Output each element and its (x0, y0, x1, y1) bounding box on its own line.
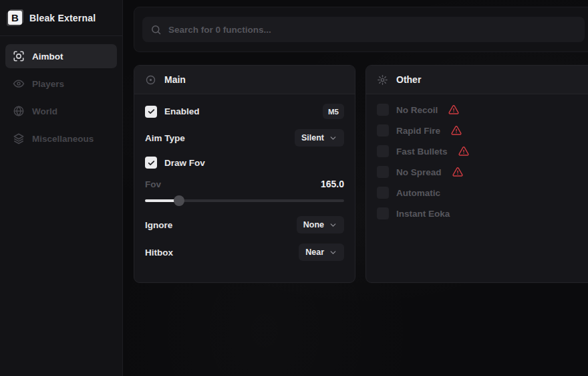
sidebar-item-miscellaneous[interactable]: Miscellaneous (5, 126, 117, 151)
chevron-down-icon (329, 221, 337, 229)
draw-fov-label: Draw Fov (164, 158, 205, 168)
slider-fill (145, 199, 179, 202)
main-panel-body: Enabled M5 Aim Type Silent Draw Fov Fov (134, 94, 355, 282)
warning-icon (458, 146, 469, 157)
checkbox-unchecked-icon[interactable] (377, 104, 389, 116)
toggle-no-spread[interactable]: No Spread (377, 166, 583, 178)
sidebar-item-label: World (32, 106, 57, 116)
warning-icon (452, 167, 463, 177)
sidebar-item-label: Miscellaneous (32, 134, 94, 144)
app-title: Bleak External (29, 13, 96, 23)
sidebar-nav: Aimbot Players World Miscellaneous (0, 36, 122, 159)
checkbox-unchecked-icon[interactable] (377, 124, 389, 136)
app-window: B Bleak External Aimbot Players World Mi… (0, 0, 588, 376)
ignore-row: Ignore None (145, 216, 344, 233)
toggle-automatic[interactable]: Automatic (377, 187, 583, 199)
enabled-checkbox[interactable]: Enabled (145, 106, 200, 118)
enabled-row: Enabled M5 (145, 104, 344, 119)
chevron-down-icon (329, 134, 337, 143)
automatic-label: Automatic (396, 188, 440, 198)
fast-bullets-label: Fast Bullets (396, 147, 448, 157)
checkbox-unchecked-icon[interactable] (377, 207, 389, 219)
slider-thumb[interactable] (174, 195, 184, 206)
no-spread-label: No Spread (396, 167, 442, 177)
toggle-no-recoil[interactable]: No Recoil (377, 104, 583, 116)
aim-type-select[interactable]: Silent (295, 129, 344, 147)
globe-icon (13, 105, 25, 117)
hitbox-label: Hitbox (145, 248, 173, 258)
search-icon (150, 24, 162, 35)
main-panel: Main Enabled M5 Aim Type Silent (134, 65, 355, 283)
toggle-instant-eoka[interactable]: Instant Eoka (377, 207, 583, 219)
ignore-label: Ignore (145, 220, 172, 230)
main-panel-header: Main (134, 66, 355, 94)
rapid-fire-label: Rapid Fire (396, 126, 440, 136)
slider-track[interactable] (145, 199, 344, 202)
aim-type-row: Aim Type Silent (145, 129, 344, 147)
ignore-value: None (303, 220, 324, 229)
app-logo-icon: B (8, 11, 22, 25)
sidebar: B Bleak External Aimbot Players World Mi… (0, 0, 123, 376)
main-panel-title: Main (164, 74, 186, 85)
sidebar-item-world[interactable]: World (5, 99, 117, 123)
ignore-select[interactable]: None (297, 216, 344, 233)
target-icon (145, 74, 156, 86)
crosshair-scan-icon (13, 50, 25, 62)
other-panel-title: Other (396, 74, 421, 85)
eye-icon (13, 78, 25, 90)
checkbox-checked-icon[interactable] (145, 106, 157, 118)
draw-fov-row: Draw Fov (145, 157, 344, 169)
sidebar-header: B Bleak External (0, 0, 122, 36)
gear-icon (377, 74, 388, 86)
sidebar-item-aimbot[interactable]: Aimbot (5, 44, 117, 68)
fov-value: 165.0 (321, 179, 344, 189)
warning-icon (448, 104, 459, 115)
other-panel: Other No Recoil Rapid Fire Fast Bullets … (365, 65, 588, 283)
checkbox-checked-icon[interactable] (145, 157, 157, 169)
sidebar-item-label: Aimbot (32, 52, 63, 62)
checkbox-unchecked-icon[interactable] (377, 166, 389, 178)
hitbox-select[interactable]: Near (299, 244, 344, 261)
warning-icon (451, 125, 462, 136)
hitbox-row: Hitbox Near (145, 244, 344, 261)
chevron-down-icon (329, 248, 337, 257)
other-panel-header: Other (366, 66, 588, 94)
fov-value-row: Fov 165.0 (145, 179, 344, 189)
hitbox-value: Near (305, 248, 324, 257)
aim-type-value: Silent (301, 133, 324, 143)
fov-label: Fov (145, 179, 161, 189)
sidebar-item-label: Players (32, 79, 64, 89)
search-input[interactable] (168, 25, 577, 35)
instant-eoka-label: Instant Eoka (396, 209, 450, 219)
keybind-button[interactable]: M5 (323, 104, 344, 119)
fov-slider[interactable] (145, 195, 344, 206)
search-container (134, 7, 588, 52)
search-field[interactable] (142, 17, 585, 42)
toggle-fast-bullets[interactable]: Fast Bullets (377, 145, 583, 157)
aim-type-label: Aim Type (145, 133, 185, 143)
checkbox-unchecked-icon[interactable] (377, 145, 389, 157)
sidebar-item-players[interactable]: Players (5, 72, 117, 96)
other-panel-body: No Recoil Rapid Fire Fast Bullets No Spr… (366, 94, 588, 282)
enabled-label: Enabled (164, 106, 200, 116)
no-recoil-label: No Recoil (396, 105, 438, 115)
toggle-rapid-fire[interactable]: Rapid Fire (377, 124, 583, 136)
checkbox-unchecked-icon[interactable] (377, 187, 389, 199)
layers-icon (13, 132, 25, 145)
draw-fov-checkbox[interactable]: Draw Fov (145, 157, 205, 169)
